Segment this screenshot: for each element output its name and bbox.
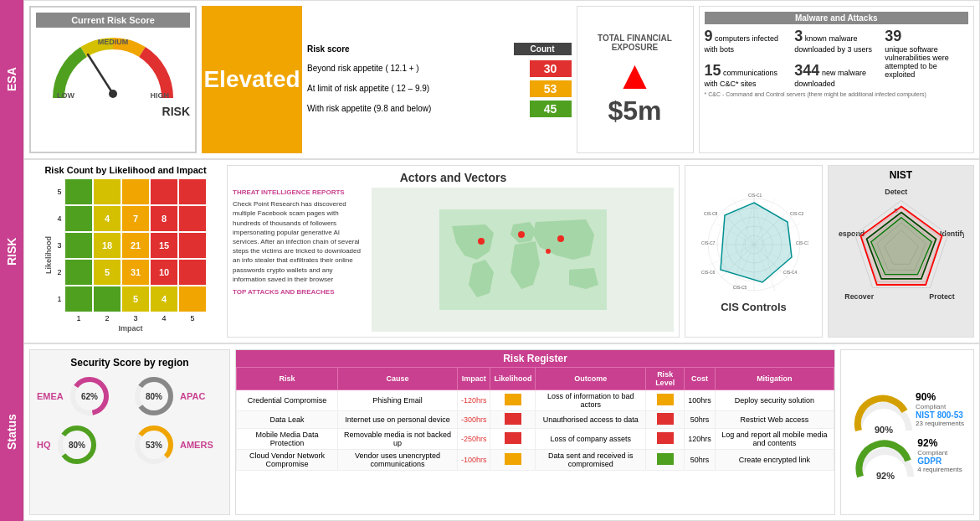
svg-text:CIS-C1: CIS-C1	[748, 193, 762, 198]
malware-content: 9 computers infected with bots 15 commun…	[705, 28, 969, 88]
cis-title: CIS Controls	[721, 301, 787, 313]
matrix-cell-2-1	[64, 259, 93, 286]
matrix-cell-2-5	[178, 259, 207, 286]
svg-point-6	[546, 249, 551, 254]
svg-text:53%: 53%	[146, 441, 162, 450]
risk-count-col-label: Count	[514, 43, 572, 55]
rr-col-cost: Cost	[685, 368, 716, 390]
svg-text:80%: 80%	[68, 441, 85, 450]
rr-r2-risk: Data Leak	[237, 411, 338, 429]
malware-text-1: computers infected with bots	[705, 34, 779, 54]
rr-r2-outcome: Unauthorised access to data	[536, 411, 646, 429]
esa-section: ESA Current Risk Score LOW	[0, 0, 980, 159]
malware-big-3: 39	[885, 28, 901, 44]
rr-r2-impact: -300hrs	[457, 411, 490, 429]
donut-amers: 53%	[133, 424, 175, 466]
matrix-y-label: Likelihood	[44, 178, 53, 333]
risk-register-box: Risk Register Risk Cause Impact Likeliho…	[235, 349, 835, 515]
actors-report-title: THREAT INTELLIGENCE REPORTS	[233, 188, 367, 197]
matrix-cell-2-2: 5	[93, 259, 121, 286]
actors-map	[372, 188, 674, 332]
malware-col-3: 39 unique software vulnerabilities were …	[885, 28, 968, 88]
svg-text:CIS-C2: CIS-C2	[790, 211, 804, 216]
region-amers: 53% AMERS	[133, 424, 223, 466]
risk-matrix-box: Risk Count by Likelihood and Impact Like…	[29, 165, 222, 338]
risk-score-box: Current Risk Score LOW MEDIUM HIGH	[29, 6, 197, 153]
matrix-cell-3-3: 21	[121, 232, 150, 259]
malware-box: Malware and Attacks 9 computers infected…	[699, 6, 975, 153]
malware-item-3: 39 unique software vulnerabilities were …	[885, 28, 968, 79]
matrix-cell-3-5	[178, 232, 207, 259]
matrix-cell-2-4: 10	[150, 259, 178, 286]
nist-box: NIST Detect Identify Protect Recover Res…	[828, 165, 974, 338]
rr-row-4: Cloud Vendor Network Compromise Vendor u…	[237, 450, 834, 471]
compliance-gdpr-req: 4 requirements	[917, 466, 962, 473]
compliance-nist-sub: Compliant	[916, 403, 964, 410]
matrix-cell-1-4: 4	[150, 286, 178, 312]
financial-title: TOTAL FINANCIAL EXPOSURE	[582, 34, 688, 52]
cis-radar-svg: CIS-C1 CIS-C2 CIS-C3 CIS-C4 CIS-C5 CIS-C…	[700, 190, 808, 299]
compliance-nist: 90% 90% Compliant NIST 800-53 23 require…	[850, 391, 964, 427]
svg-text:Protect: Protect	[929, 292, 954, 301]
risk-section: RISK Risk Count by Likelihood and Impact…	[0, 159, 980, 343]
gauge-risk-label: RISK	[162, 105, 190, 118]
compliance-nist-gauge: 90%	[850, 393, 909, 426]
compliance-nist-req: 23 requirements	[916, 420, 964, 427]
malware-footnote: * C&C - Command and Control servers (the…	[705, 91, 969, 97]
svg-text:90%: 90%	[875, 425, 893, 435]
matrix-cell-5-5	[178, 178, 207, 205]
rr-r3-likelihood	[490, 429, 536, 450]
rr-r3-risk: Mobile Media Data Protection	[237, 429, 338, 450]
region-hq: HQ 80%	[37, 424, 126, 466]
gauge-container: LOW MEDIUM HIGH	[50, 31, 176, 106]
financial-box: TOTAL FINANCIAL EXPOSURE ▲ $5m	[577, 6, 694, 153]
rr-r1-mitigation: Deploy security solution	[715, 390, 834, 411]
rr-col-mitigation: Mitigation	[715, 368, 834, 390]
risk-register-title: Risk Register	[236, 350, 834, 367]
rr-r4-mitigation: Create encrypted link	[715, 450, 834, 471]
malware-col-1: 9 computers infected with bots 15 commun…	[705, 28, 788, 88]
actors-text: THREAT INTELLIGENCE REPORTS Check Point …	[233, 188, 367, 332]
risk-label: RISK	[0, 159, 23, 343]
compliance-gdpr-name: GDPR	[917, 457, 962, 466]
compliance-box: 90% 90% Compliant NIST 800-53 23 require…	[840, 349, 974, 515]
risk-row-1-value: 30	[530, 60, 572, 77]
matrix-cell-4-2: 4	[93, 205, 121, 232]
svg-point-4	[518, 231, 525, 238]
rr-r3-mitigation: Log and report all mobile media and cont…	[715, 429, 834, 450]
region-grid: EMEA 62%	[37, 375, 223, 466]
matrix-xl-4: 4	[150, 314, 178, 322]
region-apac: 80% APAC	[133, 375, 223, 417]
rr-r2-risklevel	[646, 411, 685, 429]
svg-marker-22	[721, 203, 792, 282]
rr-row-3: Mobile Media Data Protection Removable m…	[237, 429, 834, 450]
gauge-high-label: HIGH	[151, 91, 170, 100]
status-label: Status	[0, 343, 23, 521]
matrix-xl-3: 3	[121, 314, 150, 322]
region-emea: EMEA 62%	[37, 375, 126, 417]
matrix-x-axis-label: Impact	[54, 324, 207, 333]
risk-row-1-label: Beyond risk appetite ( 12.1 + )	[307, 64, 530, 73]
rr-row-2: Data Leak Internet use on personal devic…	[237, 411, 834, 429]
rr-col-likelihood: Likelihood	[490, 368, 536, 390]
rr-r3-cause: Removable media is not backed up	[338, 429, 458, 450]
svg-text:CIS-C6: CIS-C6	[701, 270, 716, 275]
matrix-row-5: 5	[54, 178, 207, 205]
compliance-gdpr: 92% 92% Compliant GDPR 4 requirements	[852, 437, 962, 473]
malware-title: Malware and Attacks	[705, 12, 969, 24]
matrix-cell-5-2	[93, 178, 121, 205]
matrix-title: Risk Count by Likelihood and Impact	[44, 165, 206, 175]
security-region-box: Security Score by region EMEA 62%	[29, 349, 230, 515]
malware-big-1: 9	[705, 28, 713, 44]
svg-text:92%: 92%	[876, 471, 895, 481]
status-content: Security Score by region EMEA 62%	[23, 343, 980, 521]
svg-point-3	[478, 238, 485, 245]
gauge-low-label: LOW	[57, 91, 74, 100]
svg-text:Detect: Detect	[885, 188, 907, 196]
matrix-cell-3-1	[64, 232, 93, 259]
compliance-nist-name: NIST 800-53	[916, 410, 964, 420]
compliance-nist-percent: 90%	[916, 391, 964, 403]
financial-amount: $5m	[608, 95, 661, 126]
matrix-xl-1: 1	[64, 314, 93, 322]
actors-link[interactable]: TOP ATTACKS AND BREACHES	[233, 287, 367, 297]
